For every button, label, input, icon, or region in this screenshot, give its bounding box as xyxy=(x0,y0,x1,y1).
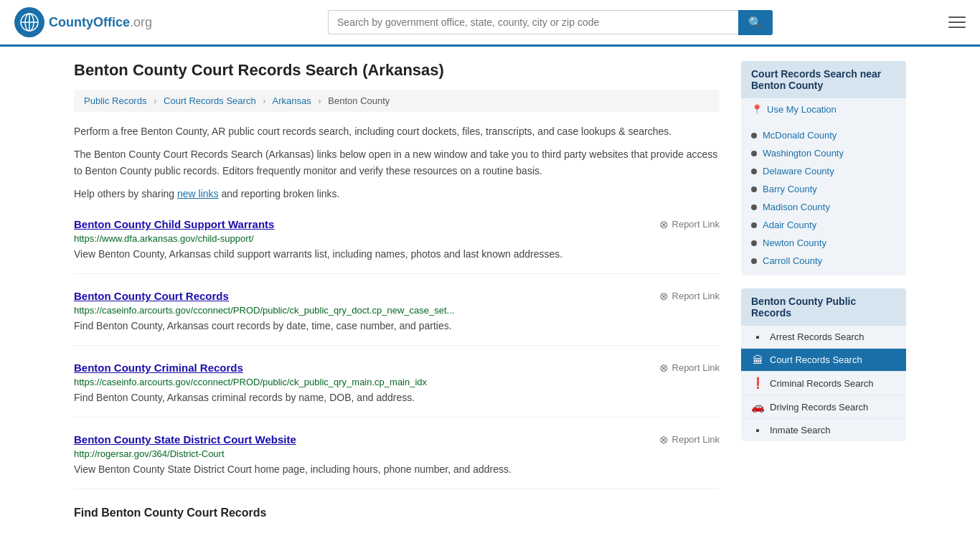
record-icon-3: 🚗 xyxy=(751,400,764,413)
search-button[interactable]: 🔍 xyxy=(738,10,773,35)
content-wrapper: Benton County Court Records Search (Arka… xyxy=(60,47,920,537)
sidebar-county-4[interactable]: Madison County xyxy=(741,198,906,216)
result-url-0: https://www.dfa.arkansas.gov/child-suppo… xyxy=(74,233,720,244)
sidebar-county-2[interactable]: Delaware County xyxy=(741,162,906,180)
report-icon-2: ⊗ xyxy=(659,362,669,375)
result-title-1[interactable]: Benton County Court Records xyxy=(74,290,229,302)
record-icon-0: ▪ xyxy=(751,331,764,343)
logo[interactable]: CountyOffice.org xyxy=(14,7,152,37)
menu-button[interactable] xyxy=(948,17,966,28)
nearby-box: Court Records Search near Benton County … xyxy=(741,61,906,276)
result-url-1: https://caseinfo.arcourts.gov/cconnect/P… xyxy=(74,305,720,316)
report-link-2[interactable]: ⊗ Report Link xyxy=(659,362,720,375)
result-title-3[interactable]: Benton County State District Court Websi… xyxy=(74,433,296,446)
report-icon-3: ⊗ xyxy=(659,433,669,446)
result-title-2[interactable]: Benton County Criminal Records xyxy=(74,362,243,374)
record-link-3[interactable]: 🚗Driving Records Search xyxy=(741,395,906,419)
result-item: Benton County State District Court Websi… xyxy=(74,433,720,489)
report-icon-0: ⊗ xyxy=(659,218,669,231)
breadcrumb-current: Benton County xyxy=(328,95,390,106)
public-records-title: Benton County Public Records xyxy=(741,288,906,326)
report-link-1[interactable]: ⊗ Report Link xyxy=(659,290,720,303)
result-desc-3: View Benton County State District Court … xyxy=(74,462,720,477)
page-title: Benton County Court Records Search (Arka… xyxy=(74,61,720,80)
public-records-box: Benton County Public Records ▪Arrest Rec… xyxy=(741,288,906,441)
sidebar-county-3[interactable]: Barry County xyxy=(741,180,906,198)
main-content: Benton County Court Records Search (Arka… xyxy=(74,61,720,522)
results-list: Benton County Child Support Warrants ⊗ R… xyxy=(74,218,720,489)
sidebar-county-6[interactable]: Newton County xyxy=(741,234,906,252)
record-link-0[interactable]: ▪Arrest Records Search xyxy=(741,326,906,349)
dot-icon xyxy=(751,169,757,174)
result-desc-2: Find Benton County, Arkansas criminal re… xyxy=(74,390,720,405)
result-desc-0: View Benton County, Arkansas child suppo… xyxy=(74,247,720,262)
logo-icon xyxy=(14,7,44,37)
record-link-4[interactable]: ▪Inmate Search xyxy=(741,419,906,441)
new-links-link[interactable]: new links xyxy=(177,188,219,199)
result-item: Benton County Child Support Warrants ⊗ R… xyxy=(74,218,720,274)
sidebar-county-1[interactable]: Washington County xyxy=(741,144,906,162)
dot-icon xyxy=(751,151,757,156)
result-url-3: http://rogersar.gov/364/District-Court xyxy=(74,448,720,459)
record-link-1[interactable]: 🏛Court Records Search xyxy=(741,349,906,372)
nearby-counties-list: McDonald CountyWashington CountyDelaware… xyxy=(741,121,906,276)
sidebar-county-7[interactable]: Carroll County xyxy=(741,252,906,270)
description-3: Help others by sharing new links and rep… xyxy=(74,186,720,202)
record-link-2[interactable]: ❗Criminal Records Search xyxy=(741,372,906,395)
nearby-box-title: Court Records Search near Benton County xyxy=(741,61,906,98)
report-link-3[interactable]: ⊗ Report Link xyxy=(659,433,720,446)
search-input[interactable] xyxy=(328,10,738,34)
sidebar: Court Records Search near Benton County … xyxy=(741,61,906,522)
dot-icon xyxy=(751,187,757,192)
result-url-2: https://caseinfo.arcourts.gov/cconnect/P… xyxy=(74,377,720,387)
dot-icon xyxy=(751,133,757,138)
logo-text: CountyOffice.org xyxy=(49,15,152,30)
public-records-links-list: ▪Arrest Records Search🏛Court Records Sea… xyxy=(741,326,906,441)
breadcrumb-link-court-records[interactable]: Court Records Search xyxy=(164,95,256,106)
use-my-location[interactable]: 📍 Use My Location xyxy=(741,98,906,121)
dot-icon xyxy=(751,204,757,210)
location-icon: 📍 xyxy=(751,104,763,115)
record-icon-4: ▪ xyxy=(751,424,764,436)
result-item: Benton County Criminal Records ⊗ Report … xyxy=(74,362,720,418)
description-1: Perform a free Benton County, AR public … xyxy=(74,123,720,139)
breadcrumb-link-public-records[interactable]: Public Records xyxy=(84,95,146,106)
dot-icon xyxy=(751,258,757,264)
result-item: Benton County Court Records ⊗ Report Lin… xyxy=(74,290,720,346)
sidebar-county-0[interactable]: McDonald County xyxy=(741,126,906,144)
search-icon: 🔍 xyxy=(748,17,763,29)
report-icon-1: ⊗ xyxy=(659,290,669,303)
breadcrumb-link-arkansas[interactable]: Arkansas xyxy=(273,95,311,106)
search-area: 🔍 xyxy=(328,10,773,35)
description-2: The Benton County Court Records Search (… xyxy=(74,146,720,179)
breadcrumb: Public Records › Court Records Search › … xyxy=(74,90,720,112)
dot-icon xyxy=(751,240,757,246)
find-section-title: Find Benton County Court Records xyxy=(74,507,720,519)
sidebar-county-5[interactable]: Adair County xyxy=(741,216,906,234)
record-icon-2: ❗ xyxy=(751,377,764,390)
site-header: CountyOffice.org 🔍 xyxy=(0,0,980,47)
record-icon-1: 🏛 xyxy=(751,354,764,366)
result-title-0[interactable]: Benton County Child Support Warrants xyxy=(74,218,274,230)
result-desc-1: Find Benton County, Arkansas court recor… xyxy=(74,319,720,334)
dot-icon xyxy=(751,222,757,228)
report-link-0[interactable]: ⊗ Report Link xyxy=(659,218,720,231)
